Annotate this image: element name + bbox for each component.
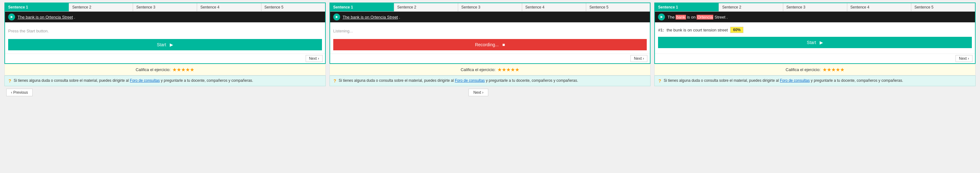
page-wrapper: Sentence 1 Sentence 2 Sentence 3 Sentenc… xyxy=(0,0,980,99)
info-row-1: ? Si tienes alguna duda o consulta sobre… xyxy=(5,75,326,86)
start-button-3[interactable]: Start ▶ xyxy=(658,37,972,48)
tab-sentence4-p1[interactable]: Sentence 4 xyxy=(197,3,261,11)
play-icon-1[interactable] xyxy=(8,13,15,21)
info-link-3[interactable]: Foro de consultas xyxy=(780,78,810,83)
rating-row-1: Califica el ejercicio: ★★★★★ xyxy=(5,64,326,75)
prev-button[interactable]: ‹ Previous xyxy=(6,89,33,96)
audio-row-1: The bank is on Ortencia Street . xyxy=(5,12,325,22)
rating-label-3: Califica el ejercicio: xyxy=(786,67,821,72)
rating-row-3: Califica el ejercicio: ★★★★★ xyxy=(654,64,975,75)
rating-row-2: Califica el ejercicio: ★★★★★ xyxy=(329,64,651,75)
info-icon-3: ? xyxy=(659,78,661,83)
tab-sentence2-p2[interactable]: Sentence 2 xyxy=(394,3,458,11)
nav-row: ‹ Previous Next › xyxy=(0,86,980,99)
audio-row-3: The bank is on Ortencia Street . xyxy=(655,12,975,22)
content-area-3: #1: the bunk is on court tension street … xyxy=(655,22,975,53)
bottom-col-1: Califica el ejercicio: ★★★★★ ? Si tienes… xyxy=(5,64,326,86)
panels-row: Sentence 1 Sentence 2 Sentence 3 Sentenc… xyxy=(0,0,980,64)
tabs-row-2: Sentence 1 Sentence 2 Sentence 3 Sentenc… xyxy=(330,3,650,12)
svg-marker-1 xyxy=(336,16,338,18)
play-icon-3[interactable] xyxy=(658,13,665,21)
tab-sentence3-p1[interactable]: Sentence 3 xyxy=(133,3,197,11)
nav-col-1: ‹ Previous xyxy=(6,89,245,96)
info-icon-2: ? xyxy=(334,78,336,83)
next-button-panel-3[interactable]: Next › xyxy=(956,55,972,62)
next-button-panel-2[interactable]: Next › xyxy=(630,55,648,62)
sentence-text-1: The bank is on Ortencia Street . xyxy=(18,15,75,19)
instruction-text-1: Press the Start button. xyxy=(8,26,322,37)
tab-sentence4-p3[interactable]: Sentence 4 xyxy=(847,3,911,11)
nav-col-3 xyxy=(735,89,974,96)
panel-2: Sentence 1 Sentence 2 Sentence 3 Sentenc… xyxy=(329,3,651,64)
panel-footer-2: Next › xyxy=(330,53,650,63)
tab-sentence2-p3[interactable]: Sentence 2 xyxy=(719,3,783,11)
sentence-text-2: The bank is on Ortencia Street . xyxy=(343,15,401,19)
result-text: the bunk is on court tension street xyxy=(667,28,728,32)
panel-footer-3: Next › xyxy=(655,53,975,63)
info-link-2[interactable]: Foro de consultas xyxy=(455,78,485,83)
info-link-1[interactable]: Foro de consultas xyxy=(130,78,160,83)
info-text-3: Si tienes alguna duda o consulta sobre e… xyxy=(664,78,903,83)
panel-footer-1: Next › xyxy=(5,53,325,63)
panel-1: Sentence 1 Sentence 2 Sentence 3 Sentenc… xyxy=(5,3,326,64)
info-row-3: ? Si tienes alguna duda o consulta sobre… xyxy=(654,75,975,86)
result-row-3: #1: the bunk is on court tension street … xyxy=(658,26,972,34)
stars-2[interactable]: ★★★★★ xyxy=(497,67,519,73)
info-text-2: Si tienes alguna duda o consulta sobre e… xyxy=(339,78,578,83)
panel-3: Sentence 1 Sentence 2 Sentence 3 Sentenc… xyxy=(654,3,975,64)
tab-sentence5-p3[interactable]: Sentence 5 xyxy=(911,3,975,11)
score-badge: 60% xyxy=(730,27,743,33)
audio-row-2: The bank is on Ortencia Street . xyxy=(330,12,650,22)
sentence-text-3: The bank is on Ortencia Street . xyxy=(667,15,728,19)
sentence-underline-1: The bank is on Ortencia Street xyxy=(18,15,73,19)
bottom-col-2: Califica el ejercicio: ★★★★★ ? Si tienes… xyxy=(329,64,651,86)
tab-sentence1-p2[interactable]: Sentence 1 xyxy=(330,3,394,11)
stars-1[interactable]: ★★★★★ xyxy=(172,67,194,73)
highlighted-word-bank: bank xyxy=(676,15,686,19)
next-button-panel-1[interactable]: Next › xyxy=(305,55,323,62)
tab-sentence5-p2[interactable]: Sentence 5 xyxy=(586,3,650,11)
tab-sentence4-p2[interactable]: Sentence 4 xyxy=(522,3,586,11)
result-number: #1: xyxy=(658,28,664,32)
info-text-1: Si tienes alguna duda o consulta sobre e… xyxy=(14,78,253,83)
rating-label-1: Califica el ejercicio: xyxy=(135,67,170,72)
tab-sentence3-p2[interactable]: Sentence 3 xyxy=(458,3,522,11)
start-button-1[interactable]: Start ▶ xyxy=(8,39,322,50)
tabs-row-1: Sentence 1 Sentence 2 Sentence 3 Sentenc… xyxy=(5,3,325,12)
tabs-row-3: Sentence 1 Sentence 2 Sentence 3 Sentenc… xyxy=(655,3,975,12)
tab-sentence1-p1[interactable]: Sentence 1 xyxy=(5,3,69,11)
svg-marker-0 xyxy=(11,16,13,18)
nav-col-1-right: Next › xyxy=(249,89,488,96)
info-icon-1: ? xyxy=(8,78,11,83)
tab-sentence3-p3[interactable]: Sentence 3 xyxy=(783,3,847,11)
highlighted-word-ortencia: Ortencia xyxy=(697,15,713,19)
recording-button-2[interactable]: Recording... ■ xyxy=(333,39,647,50)
stars-3[interactable]: ★★★★★ xyxy=(822,67,845,73)
tab-sentence1-p3[interactable]: Sentence 1 xyxy=(655,3,719,11)
play-icon-2[interactable] xyxy=(333,13,340,21)
content-area-1: Press the Start button. Start ▶ xyxy=(5,22,325,53)
tab-sentence2-p1[interactable]: Sentence 2 xyxy=(69,3,133,11)
content-area-2: Listening... Recording... ■ xyxy=(330,22,650,53)
sentence-underline-2: The bank is on Ortencia Street xyxy=(343,15,398,19)
bottom-sections: Califica el ejercicio: ★★★★★ ? Si tienes… xyxy=(0,64,980,86)
svg-marker-2 xyxy=(660,16,663,18)
nav-col-2 xyxy=(492,89,731,96)
info-row-2: ? Si tienes alguna duda o consulta sobre… xyxy=(329,75,651,86)
listening-text-2: Listening... xyxy=(333,26,647,37)
bottom-col-3: Califica el ejercicio: ★★★★★ ? Si tienes… xyxy=(654,64,975,86)
tab-sentence5-p1[interactable]: Sentence 5 xyxy=(261,3,325,11)
rating-label-2: Califica el ejercicio: xyxy=(461,67,495,72)
next-button-nav[interactable]: Next › xyxy=(468,89,488,96)
